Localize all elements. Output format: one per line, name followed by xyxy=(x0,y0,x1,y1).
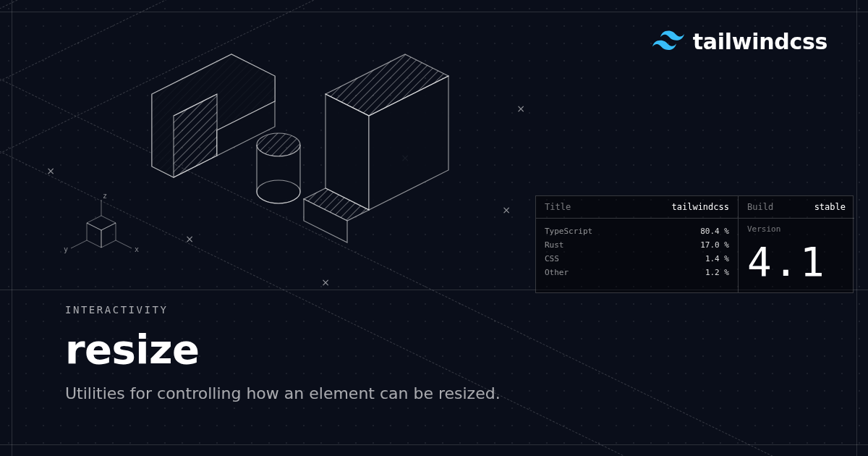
tailwind-logo-icon xyxy=(652,30,684,54)
svg-marker-1 xyxy=(87,223,101,248)
language-breakdown: TypeScript80.4 % Rust17.0 % CSS1.4 % Oth… xyxy=(536,219,738,287)
svg-line-5 xyxy=(71,240,87,248)
page-title: resize xyxy=(65,326,827,373)
meta-title-label: Title xyxy=(545,202,571,212)
meta-version-value: 4.1 xyxy=(747,234,846,285)
frame-line xyxy=(856,0,857,456)
meta-build-value: stable xyxy=(814,202,846,212)
brand: tailwindcss xyxy=(652,29,827,54)
crosshair-icon: × xyxy=(46,166,56,176)
meta-version-label: Version xyxy=(747,224,846,234)
lang-row: CSS1.4 % xyxy=(545,252,729,266)
page-eyebrow: INTERACTIVITY xyxy=(65,304,827,316)
page-description: Utilities for controlling how an element… xyxy=(65,384,827,402)
frame-line xyxy=(12,0,12,456)
meta-build-label: Build xyxy=(747,202,773,212)
meta-panel: Title tailwindcss TypeScript80.4 % Rust1… xyxy=(535,195,854,293)
frame-line xyxy=(0,444,868,445)
hero-isometric-art xyxy=(109,7,514,282)
lang-row: Rust17.0 % xyxy=(545,238,729,252)
page-content: INTERACTIVITY resize Utilities for contr… xyxy=(65,304,827,402)
lang-row: TypeScript80.4 % xyxy=(545,224,729,238)
axis-label-y: y xyxy=(64,245,68,253)
axis-label-z: z xyxy=(103,192,107,200)
lang-row: Other1.2 % xyxy=(545,266,729,279)
crosshair-icon: × xyxy=(516,104,526,114)
brand-name: tailwindcss xyxy=(693,29,827,54)
meta-title-value: tailwindcss xyxy=(672,202,729,212)
